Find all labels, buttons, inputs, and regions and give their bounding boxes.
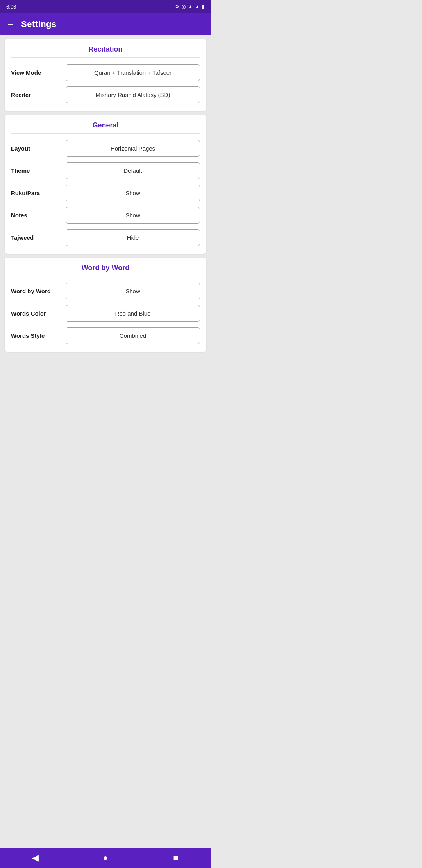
setting-row: ThemeDefault xyxy=(11,162,200,179)
status-bar: 6:06 ⚙ ◎ ▲ ▲ ▮ xyxy=(0,0,211,13)
status-bar-left: 6:06 xyxy=(6,4,16,10)
setting-row: View ModeQuran + Translation + Tafseer xyxy=(11,64,200,81)
setting-row: Word by WordShow xyxy=(11,283,200,299)
setting-value-button[interactable]: Mishary Rashid Alafasy (SD) xyxy=(66,86,200,103)
setting-label: Notes xyxy=(11,212,66,219)
setting-value-button[interactable]: Show xyxy=(66,207,200,224)
setting-label: Theme xyxy=(11,167,66,174)
setting-label: Ruku/Para xyxy=(11,190,66,196)
setting-value-button[interactable]: Quran + Translation + Tafseer xyxy=(66,64,200,81)
setting-row: TajweedHide xyxy=(11,229,200,246)
section-card-word-by-word: Word by WordWord by WordShowWords ColorR… xyxy=(5,258,206,352)
setting-value-button[interactable]: Show xyxy=(66,283,200,299)
setting-label: Word by Word xyxy=(11,288,66,294)
settings-content: RecitationView ModeQuran + Translation +… xyxy=(0,35,211,356)
setting-label: Words Color xyxy=(11,310,66,317)
setting-label: Layout xyxy=(11,145,66,152)
setting-label: View Mode xyxy=(11,69,66,76)
section-card-general: GeneralLayoutHorizontal PagesThemeDefaul… xyxy=(5,115,206,254)
setting-value-button[interactable]: Red and Blue xyxy=(66,305,200,322)
battery-icon: ▮ xyxy=(202,4,205,9)
setting-value-button[interactable]: Horizontal Pages xyxy=(66,140,200,157)
sync-status-icon: ◎ xyxy=(182,4,186,9)
setting-row: ReciterMishary Rashid Alafasy (SD) xyxy=(11,86,200,103)
setting-row: NotesShow xyxy=(11,207,200,224)
back-button[interactable]: ← xyxy=(6,19,15,29)
signal-icon: ▲ xyxy=(195,4,200,9)
app-header: ← Settings xyxy=(0,13,211,35)
setting-label: Words Style xyxy=(11,332,66,339)
section-title-word-by-word: Word by Word xyxy=(11,264,200,276)
setting-value-button[interactable]: Hide xyxy=(66,229,200,246)
page-title: Settings xyxy=(21,19,57,29)
setting-value-button[interactable]: Combined xyxy=(66,327,200,344)
time-display: 6:06 xyxy=(6,4,16,10)
setting-row: Words ColorRed and Blue xyxy=(11,305,200,322)
setting-row: Words StyleCombined xyxy=(11,327,200,344)
setting-value-button[interactable]: Default xyxy=(66,162,200,179)
status-bar-right: ⚙ ◎ ▲ ▲ ▮ xyxy=(175,4,205,9)
section-title-recitation: Recitation xyxy=(11,45,200,58)
section-title-general: General xyxy=(11,121,200,134)
setting-label: Tajweed xyxy=(11,234,66,241)
setting-row: Ruku/ParaShow xyxy=(11,185,200,201)
section-card-recitation: RecitationView ModeQuran + Translation +… xyxy=(5,39,206,111)
setting-label: Reciter xyxy=(11,91,66,98)
content-wrapper: RecitationView ModeQuran + Translation +… xyxy=(0,35,211,379)
setting-row: LayoutHorizontal Pages xyxy=(11,140,200,157)
settings-status-icon: ⚙ xyxy=(175,4,179,9)
wifi-icon: ▲ xyxy=(188,4,193,9)
setting-value-button[interactable]: Show xyxy=(66,185,200,201)
